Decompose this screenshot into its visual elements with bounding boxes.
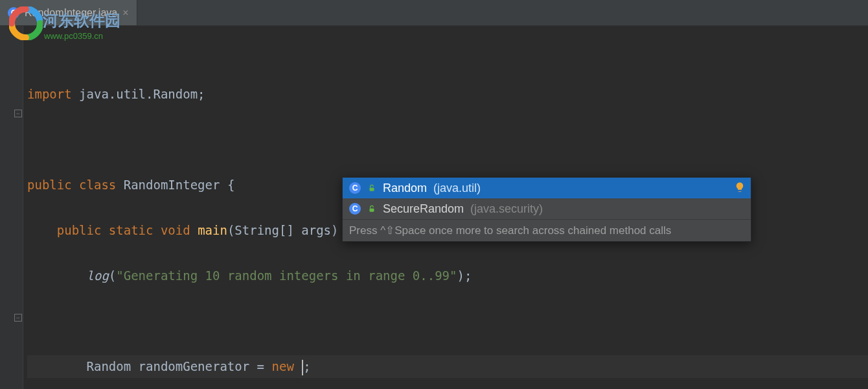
code-line[interactable] xyxy=(27,310,868,333)
completion-name: SecureRandom xyxy=(383,203,464,215)
fold-toggle-icon[interactable]: − xyxy=(14,110,22,117)
unlock-icon xyxy=(367,183,376,193)
completion-item-securerandom[interactable]: C SecureRandom (java.security) xyxy=(343,198,751,219)
completion-package: (java.security) xyxy=(470,203,543,215)
completion-item-random[interactable]: C Random (java.util) xyxy=(343,178,751,198)
editor-tabs: C RandomInteger.java × xyxy=(0,0,868,26)
code-line[interactable]: import java.util.Random; xyxy=(27,83,868,106)
code-line-active[interactable]: Random randomGenerator = new ; xyxy=(27,355,868,378)
completion-name: Random xyxy=(383,182,427,194)
class-icon: C xyxy=(349,182,361,194)
completion-package: (java.util) xyxy=(433,182,481,194)
watermark-logo xyxy=(9,6,43,40)
svg-rect-0 xyxy=(370,187,374,191)
completion-hint: Press ^⇧Space once more to search across… xyxy=(343,219,751,241)
fold-toggle-icon[interactable]: − xyxy=(14,314,22,322)
lightbulb-icon[interactable] xyxy=(734,182,746,193)
code-completion-popup: C Random (java.util) C SecureRandom (jav… xyxy=(342,177,751,242)
svg-rect-1 xyxy=(370,208,374,211)
code-line[interactable] xyxy=(27,128,868,151)
editor-gutter: − − xyxy=(0,26,23,389)
unlock-icon xyxy=(367,204,376,213)
close-icon[interactable]: × xyxy=(122,7,128,19)
code-line[interactable]: log("Generating 10 random integers in ra… xyxy=(27,265,868,287)
watermark-url: www.pc0359.cn xyxy=(44,31,103,41)
watermark-brand: 河东软件园 xyxy=(43,10,120,31)
watermark-overlay: 河东软件园 www.pc0359.cn xyxy=(9,6,43,40)
class-icon: C xyxy=(349,203,361,215)
